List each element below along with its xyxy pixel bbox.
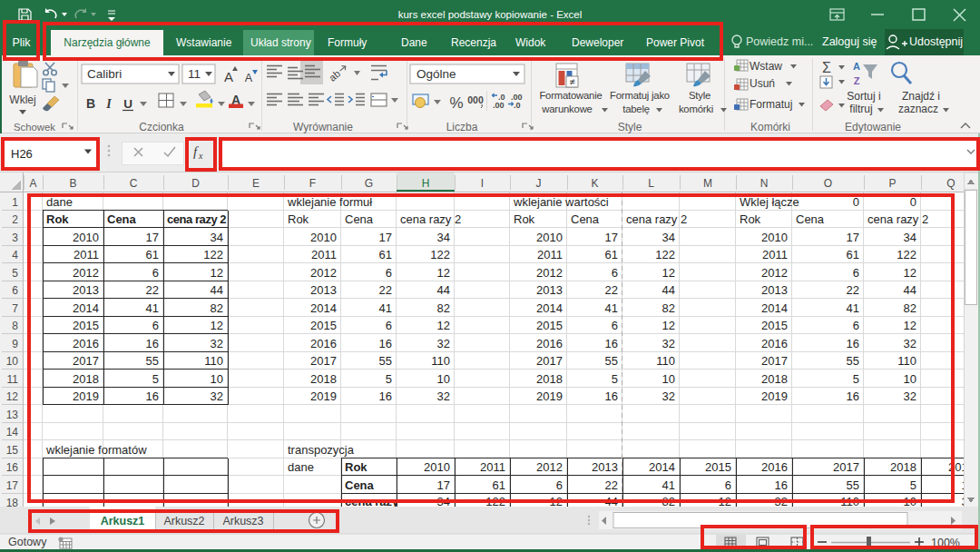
svg-text:zaznacz: zaznacz — [898, 103, 938, 115]
svg-text:Komórki: Komórki — [750, 121, 790, 133]
svg-text:warunkowe: warunkowe — [541, 104, 592, 114]
svg-text:17: 17 — [6, 479, 19, 492]
svg-text:Usuń: Usuń — [750, 77, 775, 90]
svg-text:13: 13 — [6, 409, 19, 421]
svg-text:11: 11 — [188, 67, 201, 81]
svg-text:%: % — [449, 94, 463, 112]
svg-text:Czcionka: Czcionka — [139, 121, 184, 133]
svg-text:Znajdź i: Znajdź i — [902, 90, 940, 103]
svg-text:Ogólne: Ogólne — [416, 67, 456, 81]
svg-text:Wklej: Wklej — [9, 94, 35, 106]
svg-text:4: 4 — [12, 249, 18, 261]
svg-text:9: 9 — [12, 338, 18, 350]
svg-text:Q: Q — [946, 177, 955, 190]
svg-text:komórki: komórki — [679, 104, 713, 114]
svg-text:.0: .0 — [514, 101, 521, 110]
svg-text:M: M — [703, 177, 712, 190]
svg-text:N: N — [760, 177, 769, 190]
svg-text:filtruj: filtruj — [849, 103, 872, 115]
svg-text:1: 1 — [12, 196, 18, 209]
svg-text:Gotowy: Gotowy — [8, 536, 47, 548]
svg-text:Formatuj: Formatuj — [750, 98, 792, 111]
svg-text:Edytowanie: Edytowanie — [845, 121, 901, 133]
svg-text:E: E — [252, 177, 260, 190]
svg-text:Formatowanie: Formatowanie — [539, 90, 602, 101]
svg-text:U: U — [123, 97, 132, 111]
svg-text:14: 14 — [6, 426, 19, 439]
svg-text:7: 7 — [12, 302, 18, 315]
svg-text:J: J — [536, 177, 542, 190]
svg-text:18: 18 — [6, 497, 19, 507]
svg-text:I: I — [105, 97, 112, 111]
svg-text:Style: Style — [689, 90, 710, 101]
svg-text:Formatuj jako: Formatuj jako — [610, 90, 670, 101]
svg-text:Calibri: Calibri — [87, 67, 122, 81]
svg-text:F: F — [309, 177, 316, 190]
svg-text:6: 6 — [12, 284, 18, 297]
svg-text:Style: Style — [618, 121, 642, 133]
svg-text:B: B — [86, 96, 95, 111]
svg-text:I: I — [481, 177, 484, 190]
svg-text:P: P — [888, 177, 896, 190]
svg-text:.00: .00 — [493, 101, 505, 110]
svg-text:A: A — [853, 61, 860, 72]
svg-text:L: L — [648, 177, 654, 190]
svg-text:8: 8 — [12, 320, 18, 332]
svg-text:Sortuj i: Sortuj i — [847, 90, 880, 103]
svg-text:ab: ab — [327, 68, 342, 84]
svg-text:≠: ≠ — [569, 76, 574, 87]
svg-text:O: O — [824, 177, 832, 190]
svg-text:000: 000 — [467, 94, 484, 105]
svg-text:Schowek: Schowek — [14, 122, 55, 133]
svg-text:3: 3 — [12, 232, 18, 244]
svg-text:11: 11 — [7, 373, 19, 386]
svg-text:A: A — [245, 72, 253, 84]
svg-text:A: A — [224, 69, 233, 84]
svg-text:tabelę: tabelę — [622, 104, 650, 114]
svg-text:G: G — [365, 177, 373, 190]
svg-text:Wyrównanie: Wyrównanie — [293, 121, 353, 133]
svg-text:kurs excel podstawy kopiowanie: kurs excel podstawy kopiowanie - Excel — [398, 9, 583, 20]
svg-text:H: H — [422, 177, 430, 190]
svg-text:12: 12 — [6, 390, 19, 403]
svg-text:D: D — [191, 177, 200, 190]
svg-text:2: 2 — [12, 213, 18, 226]
svg-text:10: 10 — [6, 355, 19, 368]
svg-text:Σ: Σ — [822, 60, 831, 75]
svg-text:K: K — [591, 177, 598, 190]
svg-text:16: 16 — [6, 461, 19, 474]
svg-text:15: 15 — [6, 444, 19, 457]
svg-text:B: B — [69, 177, 76, 190]
svg-text:5: 5 — [12, 267, 18, 280]
svg-text:A: A — [29, 177, 36, 190]
svg-text:Wstaw: Wstaw — [750, 60, 782, 73]
svg-text:C: C — [130, 177, 138, 190]
svg-text:Z: Z — [854, 75, 860, 86]
svg-text:Liczba: Liczba — [446, 121, 478, 133]
